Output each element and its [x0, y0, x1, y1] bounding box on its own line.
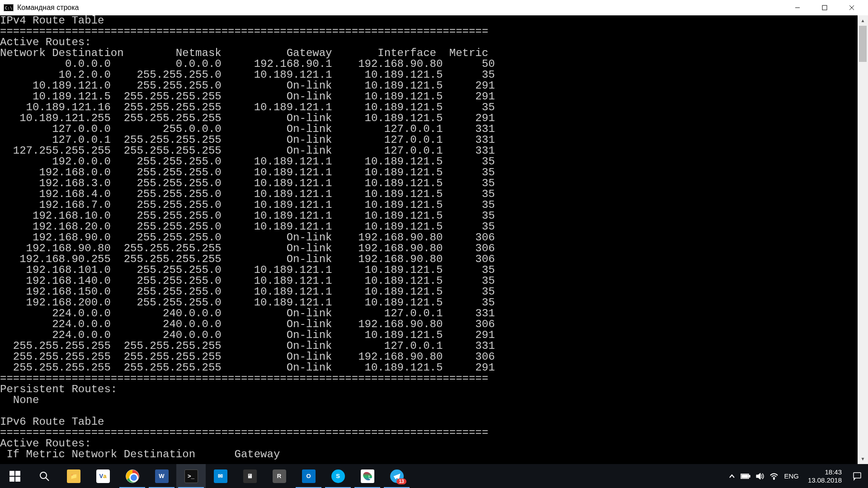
maximize-button[interactable]: [811, 0, 838, 15]
scroll-down-button[interactable]: ▼: [858, 454, 868, 464]
volume-icon[interactable]: [756, 473, 764, 480]
close-button[interactable]: [838, 0, 865, 15]
title-bar: C:\ Командная строка: [0, 0, 868, 15]
clock-date: 13.08.2018: [808, 476, 842, 484]
app-icon: C:\: [4, 4, 14, 11]
svg-rect-7: [15, 477, 20, 482]
terminal-viewport: IPv4 Route Table =======================…: [0, 15, 868, 464]
taskbar-skype[interactable]: S: [323, 464, 353, 488]
system-tray[interactable]: ENG: [724, 472, 803, 480]
chrome-icon: [126, 469, 139, 483]
taskbar-vnc[interactable]: Va: [88, 464, 118, 488]
svg-line-9: [46, 478, 49, 481]
scroll-up-button[interactable]: ▲: [858, 15, 868, 26]
svg-point-13: [774, 479, 774, 479]
taskbar-word[interactable]: W: [147, 464, 176, 488]
skype-icon: S: [331, 469, 345, 483]
terminal-output[interactable]: IPv4 Route Table =======================…: [0, 15, 858, 464]
mail-icon: ✉: [214, 469, 227, 483]
scrollbar[interactable]: ▲ ▼: [858, 15, 868, 464]
word-icon: W: [155, 469, 169, 483]
svg-point-8: [40, 472, 47, 479]
wifi-icon[interactable]: [769, 473, 778, 480]
clock-time: 18:43: [808, 468, 842, 476]
cmd-icon: >_: [184, 469, 198, 483]
svg-rect-11: [749, 475, 750, 477]
telegram-icon: 13: [390, 469, 404, 483]
taskbar-paint[interactable]: 🎨: [353, 464, 382, 488]
windows-icon: [9, 470, 21, 482]
taskbar-r-app[interactable]: R: [264, 464, 294, 488]
file-explorer-icon: 📁: [67, 469, 80, 483]
start-button[interactable]: [0, 464, 29, 488]
search-button[interactable]: [29, 464, 59, 488]
taskbar-chrome[interactable]: [118, 464, 147, 488]
telegram-badge: 13: [396, 479, 406, 484]
svg-rect-6: [9, 477, 14, 482]
paint-icon: 🎨: [361, 469, 374, 483]
tray-chevron-up-icon[interactable]: [729, 473, 735, 479]
taskbar-outlook[interactable]: O: [294, 464, 323, 488]
taskbar-explorer[interactable]: 📁: [59, 464, 88, 488]
r-icon: R: [273, 469, 286, 483]
svg-rect-1: [822, 5, 827, 10]
svg-rect-5: [15, 471, 20, 476]
outlook-icon: O: [302, 469, 316, 483]
scroll-thumb[interactable]: [859, 26, 867, 62]
input-language[interactable]: ENG: [784, 472, 799, 480]
svg-rect-12: [742, 475, 748, 478]
taskbar-mail[interactable]: ✉: [206, 464, 235, 488]
taskbar-cmd[interactable]: >_: [176, 464, 206, 488]
notification-icon: [853, 472, 862, 481]
taskbar: 📁 Va W >_ ✉ 🖥 R O S 🎨 13 ENG 18:43 13.08…: [0, 464, 868, 488]
taskbar-clock[interactable]: 18:43 13.08.2018: [803, 468, 846, 484]
vnc-icon: Va: [96, 469, 110, 483]
taskbar-telegram[interactable]: 13: [382, 464, 411, 488]
svg-rect-4: [9, 471, 14, 476]
action-center-button[interactable]: [846, 464, 868, 488]
monitors-icon: 🖥: [243, 469, 257, 483]
taskbar-vm[interactable]: 🖥: [235, 464, 264, 488]
search-icon: [39, 471, 50, 482]
svg-rect-14: [854, 473, 861, 478]
battery-icon[interactable]: [741, 473, 750, 479]
window-title: Командная строка: [17, 4, 784, 12]
minimize-button[interactable]: [784, 0, 811, 15]
